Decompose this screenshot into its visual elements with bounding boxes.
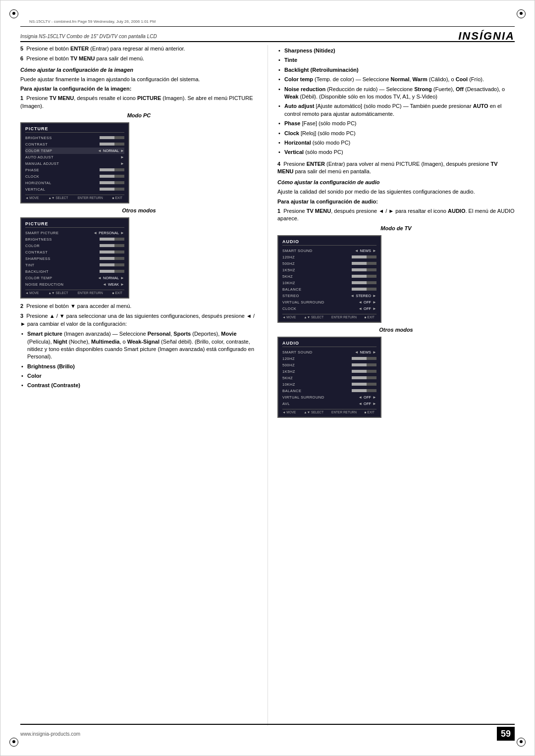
screen-otros-row-backlight: BACKLIGHT: [25, 268, 124, 275]
screen-pc-row-manuaadj: MANUAL ADJUST ►: [25, 160, 124, 167]
screen-otros2-audio-row-virtualsurr: VIRTUAL SURROUND ◄ OFF ►: [282, 394, 376, 401]
screen-otros-footer: ◄ MOVE▲▼ SELECTENTER RETURN■ EXIT: [25, 290, 124, 295]
screen-pc-title: PICTURE: [25, 126, 124, 133]
screen-otros2-audio-row-10khz: 10KHZ: [282, 381, 376, 388]
header-divider: [20, 41, 515, 42]
bullet-smartpicture: Smart picture (Imagen avanzada) — Selecc…: [20, 330, 258, 361]
bullet-sharpness: Sharpness (Nitidez): [277, 47, 515, 54]
section-audio-heading: Cómo ajustar la configuración de audio: [277, 179, 515, 185]
bottom-bar: www.insignia-products.com 59: [20, 724, 515, 741]
bullet-noisered: Noise reduction (Reducción de ruido) — S…: [277, 86, 515, 101]
screen-otros-row-brightness: BRIGHTNESS: [25, 236, 124, 243]
screen-otros2-audio-row-balance: BALANCE: [282, 388, 376, 394]
screen-tv-audio-row-balance: BALANCE: [282, 286, 376, 293]
screen-otros-row-sharpness: SHARPNESS: [25, 255, 124, 262]
screen-tv-audio-row-stereo: STEREO ◄ STEREO ►: [282, 293, 376, 299]
corner-mark-bl: [9, 738, 18, 747]
screen-otros2-audio-row-avl: AVL ◄ OFF ►: [282, 401, 376, 407]
mode-pc-caption: Modo PC: [20, 112, 258, 118]
screen-otros2-audio-row-120hz: 120HZ: [282, 355, 376, 362]
screen-tv-audio-row-smartsound: SMART SOUND ◄ NEWS ►: [282, 248, 376, 254]
corner-mark-tl: [9, 9, 18, 18]
mode-otros-caption: Otros modos: [20, 207, 258, 213]
screen-otros-row-contrast: CONTRAST: [25, 249, 124, 255]
screen-tv-audio-row-clock: CLOCK ◄ OFF ►: [282, 305, 376, 312]
right-column: Sharpness (Nitidez) Tinte Backlight (Ret…: [272, 45, 515, 726]
screen-pc-row-clock: CLOCK: [25, 173, 124, 180]
bullet-brightness: Brightness (Brillo): [20, 363, 258, 370]
config-list-image-right: Sharpness (Nitidez) Tinte Backlight (Ret…: [277, 47, 515, 156]
screen-otros2-audio-row-1k5hz: 1K5HZ: [282, 368, 376, 375]
section-audio-intro: Ajuste la calidad del sonido por medio d…: [277, 188, 515, 196]
file-label: NS-15CLTV - combined.fm Page 59 Wednesda…: [29, 19, 156, 24]
top-divider: [20, 26, 515, 27]
bullet-horizontal: Horizontal (sólo modo PC): [277, 139, 515, 147]
bullet-vertical: Vertical (sólo modo PC): [277, 149, 515, 156]
screen-pc-row-colortemp: COLOR TEMP ◄ NORMAL ►: [25, 148, 124, 154]
step-6: 6 Presione el botón TV MENU para salir d…: [20, 55, 258, 62]
screen-otros-title: PICTURE: [25, 221, 124, 228]
screen-otros2-audio-row-smartsound: SMART SOUND ◄ NEWS ►: [282, 349, 376, 355]
step-3-image: 3 Presione ▲ / ▼ para seleccionar una de…: [20, 312, 258, 328]
website-url: www.insignia-products.com: [20, 731, 80, 737]
screen-otros-row-smartpic: SMART PICTURE ◄ PERSONAL ►: [25, 230, 124, 236]
bullet-contrast: Contrast (Contraste): [20, 382, 258, 389]
section-image-intro: Puede ajustar finamente la imagen ajusta…: [20, 76, 258, 83]
step-4-image: 4 Presione ENTER (Entrar) para volver al…: [277, 160, 515, 176]
screen-pc: PICTURE BRIGHTNESS CONTRAST COLOR TEMP ◄…: [20, 122, 129, 203]
subsection-image-heading: Para ajustar la configuración de la imag…: [20, 86, 258, 92]
bullet-color: Color: [20, 372, 258, 380]
screen-otros2-audio-footer: ◄ MOVE▲▼ SELECTENTER RETURN■ EXIT: [282, 409, 376, 414]
screen-otros2-audio-title: AUDIO: [282, 341, 376, 347]
bullet-phase: Phase [Fase] (sólo modo PC): [277, 120, 515, 127]
screen-pc-footer: ◄ MOVE▲▼ SELECTENTER RETURN■ EXIT: [25, 195, 124, 200]
header-subtitle: Insignia NS-15CLTV Combo de 15" DVD/TV c…: [20, 34, 157, 39]
main-content: 5 Presione el botón ENTER (Entrar) para …: [20, 45, 515, 726]
screen-pc-row-vertical: VERTICAL: [25, 186, 124, 193]
screen-otros2-audio-row-500hz: 500HZ: [282, 362, 376, 368]
subsection-audio-heading: Para ajustar la configuración de audio:: [277, 199, 515, 204]
step-5: 5 Presione el botón ENTER (Entrar) para …: [20, 45, 258, 52]
screen-tv-audio-row-120hz: 120HZ: [282, 254, 376, 260]
screen-pc-row-horizontal: HORIZONTAL: [25, 180, 124, 186]
corner-mark-tr: [517, 9, 526, 18]
mode-tv-caption: Modo de TV: [277, 225, 515, 231]
screen-tv-audio-row-5khz: 5KHZ: [282, 273, 376, 280]
bullet-tinte: Tinte: [277, 56, 515, 64]
screen-tv-audio-title: AUDIO: [282, 239, 376, 246]
bullet-colortemp: Color temp (Temp. de color) — Seleccione…: [277, 76, 515, 83]
page: NS-15CLTV - combined.fm Page 59 Wednesda…: [0, 0, 535, 756]
screen-tv-audio: AUDIO SMART SOUND ◄ NEWS ► 120HZ 500HZ: [277, 235, 381, 323]
bullet-backlight: Backlight (Retroiluminación): [277, 66, 515, 74]
screen-otros2-audio-row-5khz: 5KHZ: [282, 375, 376, 381]
screen-otros-row-colortemp: COLOR TEMP ◄ NORMAL ►: [25, 275, 124, 281]
step-1-audio: 1 Presione TV MENU, después presione ◄ /…: [277, 207, 515, 223]
screen-pc-row-phase: PHASE: [25, 167, 124, 173]
bullet-clock: Clock [Reloj] (sólo modo PC): [277, 130, 515, 137]
screen-pc-row-autoadj: AUTO ADJUST ►: [25, 154, 124, 160]
screen-pc-row-brightness: BRIGHTNESS: [25, 135, 124, 141]
screen-tv-audio-row-10khz: 10KHZ: [282, 280, 376, 286]
screen-tv-audio-row-virtualsurr: VIRTUAL SURROUND ◄ OFF ►: [282, 299, 376, 305]
screen-tv-audio-row-500hz: 500HZ: [282, 260, 376, 267]
corner-mark-br: [517, 738, 526, 747]
screen-otros-row-color: COLOR: [25, 243, 124, 249]
screen-otros: PICTURE SMART PICTURE ◄ PERSONAL ► BRIGH…: [20, 217, 129, 299]
page-number: 59: [497, 727, 515, 741]
screen-tv-audio-row-1k5hz: 1K5HZ: [282, 267, 376, 273]
bullet-autoadj: Auto adjust [Ajuste automático] (sólo mo…: [277, 102, 515, 118]
screen-otros2-audio: AUDIO SMART SOUND ◄ NEWS ► 120HZ 500HZ: [277, 337, 381, 418]
screen-pc-row-contrast: CONTRAST: [25, 141, 124, 148]
screen-otros-row-tint: TINT: [25, 262, 124, 268]
section-image-heading: Cómo ajustar la configuración de la imag…: [20, 67, 258, 73]
mode-otros2-caption: Otros modos: [277, 327, 515, 333]
screen-tv-audio-footer: ◄ MOVE▲▼ SELECTENTER RETURN■ EXIT: [282, 314, 376, 319]
step-2-image: 2 Presione el botón ▼ para acceder al me…: [20, 302, 258, 310]
config-list-image: Smart picture (Imagen avanzada) — Selecc…: [20, 330, 258, 390]
screen-otros-row-noisered: NOISE REDUCTION ◄ WEAK ►: [25, 281, 124, 288]
step-1-image: 1 Presione TV MENU, después resalte el i…: [20, 95, 258, 110]
left-column: 5 Presione el botón ENTER (Entrar) para …: [20, 45, 263, 726]
